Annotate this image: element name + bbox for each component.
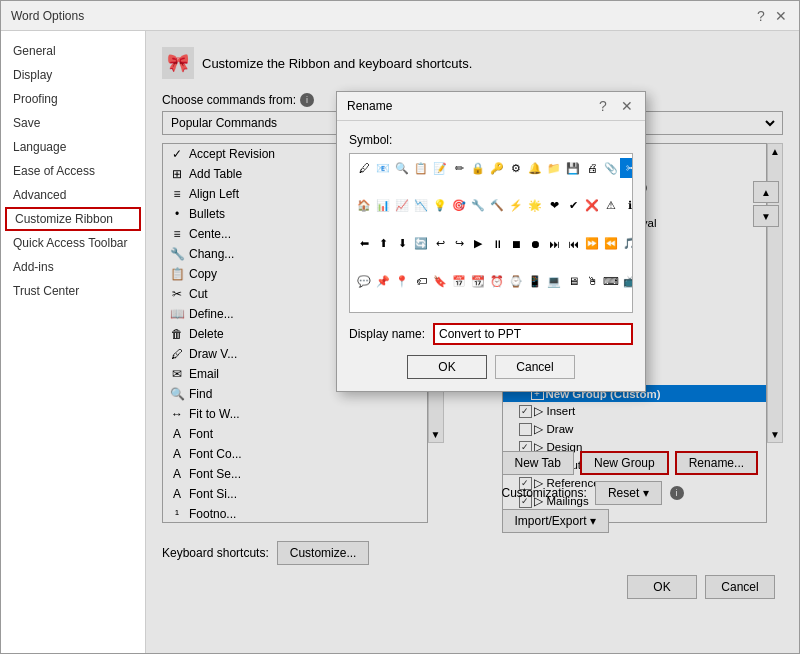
- symbol-cell[interactable]: 💻: [544, 271, 564, 291]
- sidebar-item-display[interactable]: Display: [1, 63, 145, 87]
- symbol-cell[interactable]: 🔖: [430, 271, 450, 291]
- symbol-cell[interactable]: 💬: [354, 271, 374, 291]
- symbol-cell[interactable]: 📌: [373, 271, 393, 291]
- sidebar-item-customize-ribbon[interactable]: Customize Ribbon: [5, 207, 141, 231]
- symbol-cell[interactable]: 📆: [468, 271, 488, 291]
- symbol-cell[interactable]: ↪: [449, 234, 469, 254]
- window-title: Word Options: [11, 9, 84, 23]
- symbol-cell[interactable]: 📈: [392, 196, 412, 216]
- symbol-cell[interactable]: 🌟: [525, 196, 545, 216]
- help-button[interactable]: ?: [753, 8, 769, 24]
- symbol-cell[interactable]: ℹ: [620, 196, 633, 216]
- dialog-ok-button[interactable]: OK: [407, 355, 487, 379]
- window-controls: ? ✕: [753, 8, 789, 24]
- symbol-cell-selected[interactable]: ✂: [620, 158, 633, 178]
- symbol-cell[interactable]: ↩: [430, 234, 450, 254]
- symbol-cell[interactable]: ⬇: [392, 234, 412, 254]
- dialog-body: Symbol: 🖊 📧 🔍 📋 📝 ✏ 🔒 🔑 ⚙: [337, 121, 645, 391]
- symbol-cell[interactable]: ⌨: [601, 271, 621, 291]
- symbol-cell[interactable]: ⚠: [601, 196, 621, 216]
- symbol-cell[interactable]: ⏹: [506, 234, 526, 254]
- symbol-cell[interactable]: 🔧: [468, 196, 488, 216]
- symbol-cell[interactable]: 📝: [430, 158, 450, 178]
- symbol-cell[interactable]: 🏷: [411, 271, 431, 291]
- content-area: GeneralDisplayProofingSaveLanguageEase o…: [1, 31, 799, 653]
- rename-dialog: Rename ? ✕ Symbol: 🖊 📧: [336, 91, 646, 392]
- sidebar-item-quick-access[interactable]: Quick Access Toolbar: [1, 231, 145, 255]
- symbol-cell[interactable]: 💡: [430, 196, 450, 216]
- title-bar: Word Options ? ✕: [1, 1, 799, 31]
- symbol-cell[interactable]: ⌚: [506, 271, 526, 291]
- symbol-cell[interactable]: ▶: [468, 234, 488, 254]
- symbol-cell[interactable]: 📊: [373, 196, 393, 216]
- symbol-cell[interactable]: ⏰: [487, 271, 507, 291]
- symbol-cell[interactable]: 📅: [449, 271, 469, 291]
- dialog-help-button[interactable]: ?: [595, 98, 611, 114]
- symbol-cell[interactable]: 🎯: [449, 196, 469, 216]
- dialog-cancel-button[interactable]: Cancel: [495, 355, 575, 379]
- sidebar-item-save[interactable]: Save: [1, 111, 145, 135]
- symbol-cell[interactable]: 📁: [544, 158, 564, 178]
- sidebar-item-ease-of-access[interactable]: Ease of Access: [1, 159, 145, 183]
- symbol-cell[interactable]: ⚙: [506, 158, 526, 178]
- symbol-cell[interactable]: 📍: [392, 271, 412, 291]
- symbol-label: Symbol:: [349, 133, 633, 147]
- display-name-label: Display name:: [349, 327, 425, 341]
- symbol-cell[interactable]: ❤: [544, 196, 564, 216]
- modal-overlay: Rename ? ✕ Symbol: 🖊 📧: [146, 31, 799, 653]
- close-button[interactable]: ✕: [773, 8, 789, 24]
- symbol-cell[interactable]: 📉: [411, 196, 431, 216]
- symbol-cell[interactable]: ✏: [449, 158, 469, 178]
- symbol-cell[interactable]: 🔨: [487, 196, 507, 216]
- symbol-cell[interactable]: 📋: [411, 158, 431, 178]
- symbol-cell[interactable]: ✔: [563, 196, 583, 216]
- symbol-cell[interactable]: ⬆: [373, 234, 393, 254]
- sidebar-item-general[interactable]: General: [1, 39, 145, 63]
- symbol-cell[interactable]: ⏮: [563, 234, 583, 254]
- symbol-cell[interactable]: 🔒: [468, 158, 488, 178]
- symbol-cell[interactable]: 🎵: [620, 234, 633, 254]
- symbol-cell[interactable]: 📺: [620, 271, 633, 291]
- dialog-buttons: OK Cancel: [349, 355, 633, 379]
- symbol-cell[interactable]: 📎: [601, 158, 621, 178]
- symbol-cell[interactable]: 🏠: [354, 196, 374, 216]
- symbol-cell[interactable]: ❌: [582, 196, 602, 216]
- dialog-title: Rename: [347, 99, 392, 113]
- symbol-cell[interactable]: 🔑: [487, 158, 507, 178]
- symbol-cell[interactable]: ⬅: [354, 234, 374, 254]
- sidebar-item-trust-center[interactable]: Trust Center: [1, 279, 145, 303]
- display-name-input[interactable]: [433, 323, 633, 345]
- symbol-cell[interactable]: ⚡: [506, 196, 526, 216]
- symbol-cell[interactable]: 🖱: [582, 271, 602, 291]
- symbol-cell[interactable]: 📧: [373, 158, 393, 178]
- word-options-window: Word Options ? ✕ GeneralDisplayProofingS…: [0, 0, 800, 654]
- symbol-cell[interactable]: 📱: [525, 271, 545, 291]
- sidebar: GeneralDisplayProofingSaveLanguageEase o…: [1, 31, 146, 653]
- symbol-cell[interactable]: 🔔: [525, 158, 545, 178]
- symbol-cell[interactable]: 🖊: [354, 158, 374, 178]
- sidebar-item-add-ins[interactable]: Add-ins: [1, 255, 145, 279]
- symbol-cell[interactable]: ⏩: [582, 234, 602, 254]
- sidebar-item-proofing[interactable]: Proofing: [1, 87, 145, 111]
- sidebar-item-language[interactable]: Language: [1, 135, 145, 159]
- symbol-grid[interactable]: 🖊 📧 🔍 📋 📝 ✏ 🔒 🔑 ⚙ 🔔 📁 💾: [349, 153, 633, 313]
- dialog-title-bar: Rename ? ✕: [337, 92, 645, 121]
- symbol-cell[interactable]: ⏸: [487, 234, 507, 254]
- symbol-cell[interactable]: 🔄: [411, 234, 431, 254]
- dialog-close-button[interactable]: ✕: [619, 98, 635, 114]
- symbol-cell[interactable]: 💾: [563, 158, 583, 178]
- symbol-cell[interactable]: ⏭: [544, 234, 564, 254]
- sidebar-item-advanced[interactable]: Advanced: [1, 183, 145, 207]
- symbol-cell[interactable]: 🖨: [582, 158, 602, 178]
- main-panel: 🎀 Customize the Ribbon and keyboard shor…: [146, 31, 799, 653]
- symbol-cell[interactable]: 🔍: [392, 158, 412, 178]
- symbol-cell[interactable]: ⏺: [525, 234, 545, 254]
- dialog-controls: ? ✕: [595, 98, 635, 114]
- symbol-cell[interactable]: ⏪: [601, 234, 621, 254]
- display-name-row: Display name:: [349, 323, 633, 345]
- symbol-cell[interactable]: 🖥: [563, 271, 583, 291]
